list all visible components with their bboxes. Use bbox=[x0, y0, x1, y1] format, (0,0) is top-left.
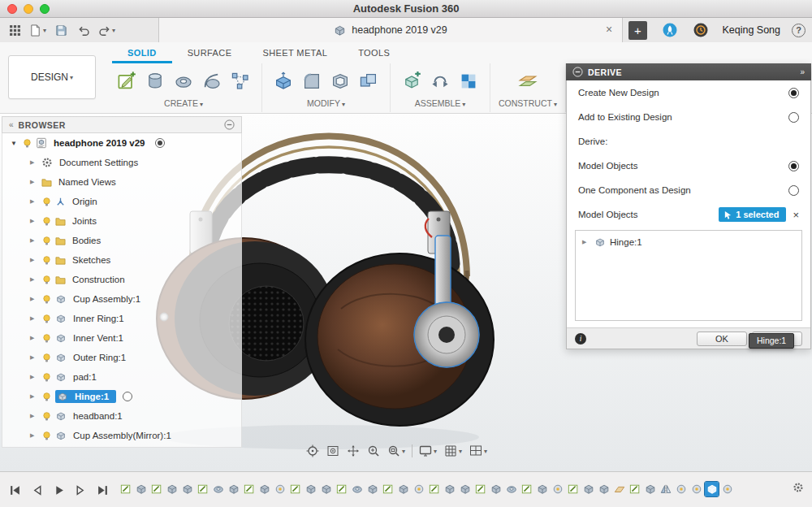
timeline-feature-extrude-3[interactable] bbox=[165, 482, 179, 496]
derive-dialog-header[interactable]: DERIVE » bbox=[566, 63, 811, 80]
grid-settings-button[interactable] bbox=[443, 444, 463, 457]
expand-arrow-icon[interactable]: ▶ bbox=[30, 393, 38, 400]
timeline-feature-joint-10[interactable] bbox=[273, 482, 287, 496]
timeline-feature-sketch-5[interactable] bbox=[196, 482, 209, 496]
expand-arrow-icon[interactable]: ▶ bbox=[30, 413, 38, 419]
document-tab[interactable]: headphone 2019 v29 × bbox=[158, 18, 623, 42]
clear-selection-button[interactable]: × bbox=[793, 209, 799, 221]
selection-count-button[interactable]: 1 selected bbox=[719, 207, 786, 222]
skip-end-button[interactable] bbox=[94, 482, 110, 498]
timeline-feature-joint-19[interactable] bbox=[412, 482, 425, 496]
undo-button[interactable] bbox=[74, 20, 93, 40]
option-one-component-as-design[interactable]: One Component as Design bbox=[567, 178, 810, 202]
minimize-window-icon[interactable] bbox=[24, 4, 33, 14]
save-button[interactable] bbox=[51, 20, 71, 40]
browser-item-hinge-1[interactable]: ▶Hinge:1 bbox=[2, 387, 241, 406]
timeline-feature-sketch-33[interactable] bbox=[628, 482, 641, 496]
browser-item-origin[interactable]: ▶Origin bbox=[2, 192, 241, 211]
tab-surface[interactable]: SURFACE bbox=[172, 42, 248, 63]
viewports-button[interactable] bbox=[469, 444, 488, 457]
browser-item-document-settings[interactable]: ▶Document Settings bbox=[2, 153, 241, 172]
zoom-window-icon[interactable] bbox=[40, 4, 50, 14]
timeline-feature-extrude-21[interactable] bbox=[443, 482, 456, 496]
as-built-joint-button[interactable] bbox=[456, 67, 482, 96]
revolve-button[interactable] bbox=[171, 67, 197, 96]
timeline-feature-sketch-26[interactable] bbox=[520, 482, 533, 496]
combine-button[interactable] bbox=[356, 67, 382, 96]
expand-arrow-icon[interactable]: ▶ bbox=[30, 179, 38, 185]
ribbon-group-label-assemble[interactable]: ASSEMBLE bbox=[415, 98, 466, 108]
browser-item-cup-assembly-mirror-1[interactable]: ▶Cup Assembly(Mirror):1 bbox=[2, 426, 241, 445]
expand-arrow-icon[interactable]: ▶ bbox=[30, 432, 38, 439]
zoom-button[interactable] bbox=[366, 444, 381, 457]
pan-button[interactable] bbox=[346, 444, 361, 457]
press-pull-button[interactable] bbox=[270, 67, 296, 96]
job-status-button[interactable] bbox=[691, 20, 710, 40]
expand-arrow-icon[interactable]: ▶ bbox=[30, 218, 38, 224]
expand-arrow-icon[interactable]: ▶ bbox=[30, 335, 38, 341]
timeline-feature-sketch-20[interactable] bbox=[427, 482, 441, 496]
browser-item-bodies[interactable]: ▶Bodies bbox=[2, 231, 241, 250]
radio-button[interactable] bbox=[788, 88, 799, 98]
orbit-button[interactable] bbox=[305, 444, 320, 457]
expand-arrow-icon[interactable]: ▼ bbox=[11, 140, 19, 147]
timeline-feature-joint-28[interactable] bbox=[551, 482, 564, 496]
browser-root-item[interactable]: ▼headphone 2019 v29 bbox=[2, 133, 241, 153]
joint-button[interactable] bbox=[427, 67, 453, 96]
expand-arrow-icon[interactable]: ▶ bbox=[30, 159, 38, 166]
help-button[interactable]: ? bbox=[792, 24, 806, 37]
derive-collapse-icon[interactable] bbox=[572, 67, 583, 77]
browser-item-pad-1[interactable]: ▶pad:1 bbox=[2, 367, 241, 387]
expand-arrow-icon[interactable]: ▶ bbox=[30, 296, 38, 302]
timeline-feature-extrude-34[interactable] bbox=[643, 482, 657, 496]
timeline-feature-extrude-27[interactable] bbox=[535, 482, 549, 496]
skip-start-button[interactable] bbox=[6, 482, 23, 498]
timeline-feature-revolve-6[interactable] bbox=[211, 482, 225, 496]
browser-item-joints[interactable]: ▶Joints bbox=[2, 211, 241, 231]
timeline-feature-extrude-12[interactable] bbox=[304, 482, 317, 496]
timeline-feature-joint-39[interactable] bbox=[720, 482, 734, 496]
timeline-feature-revolve-25[interactable] bbox=[504, 482, 518, 496]
timeline-feature-extrude-4[interactable] bbox=[180, 482, 194, 496]
timeline-feature-extrude-22[interactable] bbox=[458, 482, 472, 496]
browser-item-outer-ring-1[interactable]: ▶Outer Ring:1 bbox=[2, 348, 241, 367]
expand-arrow-icon[interactable]: ▶ bbox=[30, 374, 38, 380]
sweep-button[interactable] bbox=[199, 67, 225, 96]
timeline-feature-joint-36[interactable] bbox=[674, 482, 688, 496]
create-sketch-button[interactable] bbox=[114, 67, 140, 96]
new-tab-button[interactable]: + bbox=[628, 21, 647, 40]
look-at-button[interactable] bbox=[326, 444, 340, 457]
extensions-button[interactable] bbox=[660, 20, 680, 40]
expand-arrow-icon[interactable]: ▶ bbox=[30, 237, 38, 244]
timeline-feature-extrude-30[interactable] bbox=[581, 482, 595, 496]
timeline-feature-sketch-23[interactable] bbox=[473, 482, 487, 496]
close-window-icon[interactable] bbox=[7, 4, 17, 14]
play-button[interactable] bbox=[50, 482, 67, 498]
option-model-objects[interactable]: Model Objects bbox=[567, 154, 810, 178]
browser-minimize-icon[interactable] bbox=[224, 119, 235, 130]
timeline-settings-button[interactable] bbox=[793, 482, 804, 496]
redo-button[interactable] bbox=[97, 20, 117, 40]
extrude-button[interactable] bbox=[142, 67, 168, 96]
timeline-feature-sketch-17[interactable] bbox=[381, 482, 395, 496]
expand-arrow-icon[interactable]: ▶ bbox=[30, 354, 38, 361]
expand-arrow-icon[interactable]: ▶ bbox=[30, 198, 38, 205]
expand-arrow-icon[interactable]: ▶ bbox=[582, 239, 590, 245]
fit-button[interactable] bbox=[387, 444, 406, 457]
ok-button[interactable]: OK bbox=[697, 332, 747, 346]
timeline-feature-extrude-1[interactable] bbox=[134, 482, 148, 496]
timeline-feature-extrude-9[interactable] bbox=[257, 482, 271, 496]
radio-button[interactable] bbox=[788, 185, 799, 196]
fillet-button[interactable] bbox=[299, 67, 325, 96]
browser-item-cup-assembly-1[interactable]: ▶Cup Assembly:1 bbox=[2, 289, 241, 309]
timeline-feature-derive-38[interactable] bbox=[705, 482, 719, 496]
activate-component-radio[interactable] bbox=[123, 392, 132, 401]
tab-tools[interactable]: TOOLS bbox=[343, 42, 405, 63]
radio-button[interactable] bbox=[788, 161, 799, 171]
form-button[interactable] bbox=[227, 67, 253, 96]
ribbon-group-label-construct[interactable]: CONSTRUCT bbox=[499, 98, 557, 108]
derive-expand-icon[interactable]: » bbox=[800, 67, 805, 76]
app-grid-button[interactable] bbox=[5, 20, 24, 40]
tab-sheet-metal[interactable]: SHEET METAL bbox=[247, 42, 343, 63]
step-back-button[interactable] bbox=[28, 482, 45, 498]
